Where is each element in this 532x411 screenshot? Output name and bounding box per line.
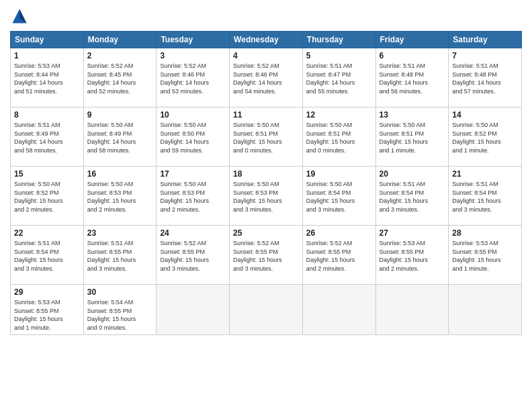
day-number: 3	[160, 51, 226, 60]
day-number: 24	[160, 228, 226, 238]
day-number: 4	[233, 51, 299, 60]
day-info: Sunrise: 5:50 AMSunset: 8:49 PMDaylight:…	[87, 121, 153, 154]
calendar-cell: 7 Sunrise: 5:51 AMSunset: 8:48 PMDayligh…	[449, 48, 522, 107]
day-info: Sunrise: 5:50 AMSunset: 8:51 PMDaylight:…	[306, 121, 372, 154]
day-number: 14	[452, 110, 518, 120]
calendar-cell: 8 Sunrise: 5:51 AMSunset: 8:49 PMDayligh…	[11, 107, 84, 167]
day-number: 2	[87, 51, 153, 60]
day-info: Sunrise: 5:51 AMSunset: 8:54 PMDaylight:…	[14, 239, 80, 273]
day-info: Sunrise: 5:52 AMSunset: 8:55 PMDaylight:…	[306, 239, 372, 273]
day-info: Sunrise: 5:53 AMSunset: 8:55 PMDaylight:…	[452, 239, 518, 273]
day-number: 13	[380, 110, 445, 120]
day-number: 9	[87, 110, 153, 120]
calendar-week-row: 15 Sunrise: 5:50 AMSunset: 8:52 PMDaylig…	[11, 167, 522, 226]
day-number: 10	[160, 110, 226, 120]
day-number: 19	[306, 169, 372, 179]
day-info: Sunrise: 5:50 AMSunset: 8:53 PMDaylight:…	[87, 180, 153, 214]
day-info: Sunrise: 5:51 AMSunset: 8:48 PMDaylight:…	[380, 62, 445, 95]
day-number: 15	[14, 169, 80, 179]
calendar-cell	[449, 285, 522, 335]
day-number: 17	[160, 169, 226, 179]
calendar-cell: 21 Sunrise: 5:51 AMSunset: 8:54 PMDaylig…	[449, 167, 522, 226]
day-number: 28	[452, 228, 518, 238]
calendar-cell: 23 Sunrise: 5:51 AMSunset: 8:55 PMDaylig…	[83, 226, 157, 285]
day-info: Sunrise: 5:52 AMSunset: 8:45 PMDaylight:…	[87, 62, 153, 95]
weekday-header-row: SundayMondayTuesdayWednesdayThursdayFrid…	[11, 32, 522, 48]
calendar-cell: 4 Sunrise: 5:52 AMSunset: 8:46 PMDayligh…	[230, 48, 303, 107]
day-info: Sunrise: 5:50 AMSunset: 8:53 PMDaylight:…	[233, 180, 299, 214]
day-info: Sunrise: 5:50 AMSunset: 8:51 PMDaylight:…	[380, 121, 445, 154]
day-number: 27	[380, 228, 445, 238]
day-number: 22	[14, 228, 80, 238]
day-number: 5	[306, 51, 372, 60]
day-info: Sunrise: 5:52 AMSunset: 8:46 PMDaylight:…	[233, 62, 299, 95]
calendar-page: SundayMondayTuesdayWednesdayThursdayFrid…	[0, 0, 532, 411]
logo-icon	[10, 7, 29, 26]
day-number: 8	[14, 110, 80, 120]
day-number: 16	[87, 169, 153, 179]
calendar-cell: 18 Sunrise: 5:50 AMSunset: 8:53 PMDaylig…	[230, 167, 303, 226]
day-number: 23	[87, 228, 153, 238]
day-number: 25	[233, 228, 299, 238]
weekday-header: Sunday	[11, 32, 84, 48]
calendar-cell: 25 Sunrise: 5:52 AMSunset: 8:55 PMDaylig…	[230, 226, 303, 285]
calendar-cell	[302, 285, 375, 335]
calendar-cell: 22 Sunrise: 5:51 AMSunset: 8:54 PMDaylig…	[11, 226, 84, 285]
day-number: 26	[306, 228, 372, 238]
calendar-cell: 20 Sunrise: 5:51 AMSunset: 8:54 PMDaylig…	[375, 167, 449, 226]
day-number: 6	[380, 51, 445, 60]
calendar-cell: 17 Sunrise: 5:50 AMSunset: 8:53 PMDaylig…	[157, 167, 230, 226]
calendar-cell	[230, 285, 303, 335]
calendar-cell: 5 Sunrise: 5:51 AMSunset: 8:47 PMDayligh…	[302, 48, 375, 107]
day-number: 12	[306, 110, 372, 120]
day-info: Sunrise: 5:53 AMSunset: 8:44 PMDaylight:…	[14, 62, 80, 95]
calendar-week-row: 8 Sunrise: 5:51 AMSunset: 8:49 PMDayligh…	[11, 107, 522, 167]
weekday-header: Saturday	[449, 32, 522, 48]
day-number: 29	[14, 287, 80, 297]
day-info: Sunrise: 5:53 AMSunset: 8:55 PMDaylight:…	[14, 298, 80, 332]
day-info: Sunrise: 5:50 AMSunset: 8:52 PMDaylight:…	[452, 121, 518, 154]
day-info: Sunrise: 5:52 AMSunset: 8:55 PMDaylight:…	[233, 239, 299, 273]
day-number: 1	[14, 51, 80, 60]
day-number: 7	[452, 51, 518, 60]
day-number: 18	[233, 169, 299, 179]
weekday-header: Tuesday	[157, 32, 230, 48]
weekday-header: Wednesday	[230, 32, 303, 48]
calendar-cell: 14 Sunrise: 5:50 AMSunset: 8:52 PMDaylig…	[449, 107, 522, 167]
calendar-cell: 27 Sunrise: 5:53 AMSunset: 8:55 PMDaylig…	[375, 226, 449, 285]
day-number: 30	[87, 287, 153, 297]
calendar-cell: 26 Sunrise: 5:52 AMSunset: 8:55 PMDaylig…	[302, 226, 375, 285]
day-number: 21	[452, 169, 518, 179]
calendar-cell: 16 Sunrise: 5:50 AMSunset: 8:53 PMDaylig…	[83, 167, 157, 226]
calendar-cell: 12 Sunrise: 5:50 AMSunset: 8:51 PMDaylig…	[302, 107, 375, 167]
calendar-cell: 2 Sunrise: 5:52 AMSunset: 8:45 PMDayligh…	[83, 48, 157, 107]
day-info: Sunrise: 5:50 AMSunset: 8:50 PMDaylight:…	[160, 121, 226, 154]
day-info: Sunrise: 5:51 AMSunset: 8:47 PMDaylight:…	[306, 62, 372, 95]
calendar-week-row: 29 Sunrise: 5:53 AMSunset: 8:55 PMDaylig…	[11, 285, 522, 335]
calendar-cell: 9 Sunrise: 5:50 AMSunset: 8:49 PMDayligh…	[83, 107, 157, 167]
calendar-cell: 1 Sunrise: 5:53 AMSunset: 8:44 PMDayligh…	[11, 48, 84, 107]
day-info: Sunrise: 5:53 AMSunset: 8:55 PMDaylight:…	[380, 239, 445, 273]
page-header	[10, 7, 522, 26]
day-info: Sunrise: 5:52 AMSunset: 8:55 PMDaylight:…	[160, 239, 226, 273]
day-info: Sunrise: 5:51 AMSunset: 8:54 PMDaylight:…	[380, 180, 445, 214]
weekday-header: Monday	[83, 32, 157, 48]
day-number: 20	[380, 169, 445, 179]
calendar-cell: 24 Sunrise: 5:52 AMSunset: 8:55 PMDaylig…	[157, 226, 230, 285]
day-number: 11	[233, 110, 299, 120]
logo	[10, 7, 32, 26]
calendar-cell: 19 Sunrise: 5:50 AMSunset: 8:54 PMDaylig…	[302, 167, 375, 226]
day-info: Sunrise: 5:54 AMSunset: 8:55 PMDaylight:…	[87, 298, 153, 332]
calendar-cell: 30 Sunrise: 5:54 AMSunset: 8:55 PMDaylig…	[83, 285, 157, 335]
day-info: Sunrise: 5:51 AMSunset: 8:54 PMDaylight:…	[452, 180, 518, 214]
calendar-cell: 6 Sunrise: 5:51 AMSunset: 8:48 PMDayligh…	[375, 48, 449, 107]
calendar-table: SundayMondayTuesdayWednesdayThursdayFrid…	[10, 31, 522, 335]
calendar-cell: 10 Sunrise: 5:50 AMSunset: 8:50 PMDaylig…	[157, 107, 230, 167]
calendar-week-row: 22 Sunrise: 5:51 AMSunset: 8:54 PMDaylig…	[11, 226, 522, 285]
weekday-header: Thursday	[302, 32, 375, 48]
day-info: Sunrise: 5:50 AMSunset: 8:51 PMDaylight:…	[233, 121, 299, 154]
calendar-cell: 15 Sunrise: 5:50 AMSunset: 8:52 PMDaylig…	[11, 167, 84, 226]
calendar-cell: 29 Sunrise: 5:53 AMSunset: 8:55 PMDaylig…	[11, 285, 84, 335]
day-info: Sunrise: 5:50 AMSunset: 8:52 PMDaylight:…	[14, 180, 80, 214]
calendar-cell: 28 Sunrise: 5:53 AMSunset: 8:55 PMDaylig…	[449, 226, 522, 285]
